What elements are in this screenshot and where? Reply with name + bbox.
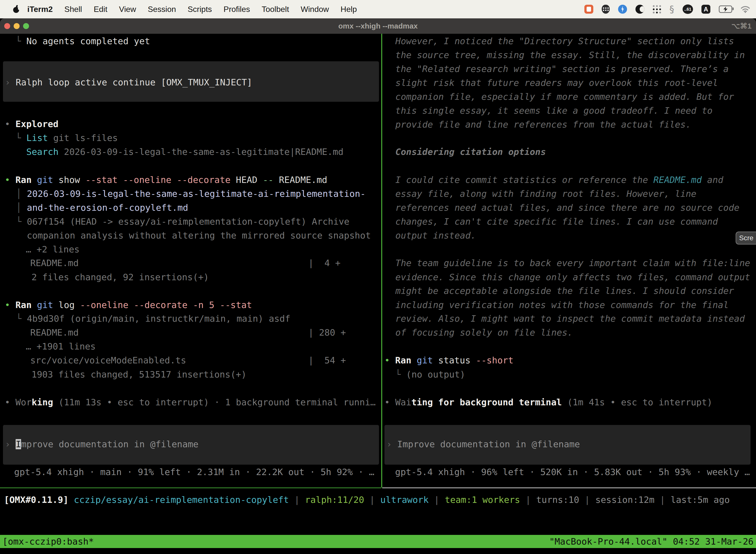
terminal-line: the "Related research writing" section i… [395,62,729,76]
text-segment: └ [16,314,27,324]
text-segment: Ran [15,300,32,310]
text-segment: HEAD [231,175,263,185]
text-segment: cczip/essay/ai-reimplementation-copyleft [74,495,289,505]
terminal-line: I could cite commit statistics or refere… [395,173,723,187]
usage-badge[interactable]: ..61 [683,4,693,14]
text-segment: src/voice/voiceModeEnabled.ts [30,355,186,365]
terminal-line: └ List git ls-files [16,131,118,145]
text-segment: | [289,495,305,505]
text-segment: | [429,495,445,505]
menu-item-window[interactable]: Window [301,0,329,18]
menu-item-shell[interactable]: Shell [64,0,82,18]
text-segment: log [53,300,80,310]
prompt-input-left[interactable]: › Improve documentation in @filename [5,437,198,451]
text-segment: Ran [395,355,411,365]
text-segment: Considering citation options [395,147,546,157]
right-pane-bottom-border [382,488,756,488]
text-segment: session:12m [595,495,654,505]
text-segment: --stat --oneline --decorate [85,175,231,185]
apple-menu-icon[interactable] [13,5,20,13]
text-segment [68,495,74,505]
prompt-input-right[interactable]: › Improve documentation in @filename [386,437,580,451]
text-segment: Ralph loop active continue [OMX_TMUX_INJ… [16,77,252,88]
menu-item-help[interactable]: Help [340,0,357,18]
menu-item-view[interactable]: View [119,0,136,18]
battery-icon[interactable] [719,5,732,13]
menu-item-scripts[interactable]: Scripts [188,0,212,18]
text-segment: Ran [15,175,32,185]
text-segment: | 4 + [308,256,340,270]
hook-icon[interactable]: § [670,4,674,14]
menu-item-profiles[interactable]: Profiles [224,0,250,18]
text-segment: --short [476,355,514,365]
menu-item-toolbelt[interactable]: Toolbelt [262,0,289,18]
text-segment: last:5m ago [671,495,730,505]
text-segment: I [16,439,21,449]
text-segment: gpt-5.4 xhigh · main · 91% left · 2.31M … [14,467,374,477]
text-segment: 4b9d30f (origin/main, instructkr/main, m… [27,314,290,324]
window-title-bar[interactable]: omx --xhigh --madmax ⌥⌘1 [0,18,756,34]
chat-icon[interactable] [584,5,593,14]
terminal-line: this single essay, it seems like a good … [395,104,712,118]
window-title: omx --xhigh --madmax [0,18,756,34]
terminal-line: │ and-the-erosion-of-copyleft.md [16,201,188,215]
tmux-status-bar: [omx-cczip0:bash* "MacBook-Pro-44.local"… [0,535,756,548]
text-segment: [OMX#0.11.9] [4,495,68,505]
dots-grid-icon[interactable] [653,5,661,13]
text-segment: The team guideline is to back every impo… [395,258,750,268]
text-segment: 067f154 (HEAD -> essay/ai-reimplementati… [27,216,349,227]
screen-overlay-button[interactable]: Scre [736,232,756,244]
text-segment: └ [16,216,27,227]
terminal-line: • Ran git log --oneline --decorate -n 5 … [5,298,252,312]
terminal-line: output instead. [395,229,476,242]
menu-item-edit[interactable]: Edit [94,0,107,18]
text-segment: 2026-03-09-is-legal-the-same-as-legitima… [59,147,343,157]
crescent-icon[interactable] [635,5,644,14]
text-segment: essay file, along with finding root file… [395,189,696,199]
text-segment: review. Also, I might want to inspect th… [395,314,745,324]
text-segment: No agents completed yet [26,36,150,46]
terminal-line: └ No agents completed yet [16,34,150,48]
terminal-line: • Ran git show --stat --oneline --decora… [5,173,327,187]
terminal-line: However, I noticed the "Directory Struct… [395,34,734,48]
text-segment: show [53,175,85,185]
text-segment: git ls-files [48,133,118,143]
terminal-line: • Ran git status --short [384,353,513,367]
text-segment: of focusing solely on file lines. [395,327,573,338]
desktop: iTerm2ShellEditViewSessionScriptsProfile… [0,0,756,554]
letter-badge[interactable]: A [701,5,710,14]
text-segment [32,300,37,310]
menu-item-iterm2[interactable]: iTerm2 [27,0,53,18]
thinking-heading: Considering citation options [395,145,546,159]
terminal-line: └ 067f154 (HEAD -> essay/ai-reimplementa… [16,215,350,229]
text-segment: the source tree, missing the essay. Stil… [395,50,745,60]
text-segment: ultrawork [380,495,429,505]
shield-icon[interactable] [602,5,610,14]
text-segment: (no output) [406,369,465,380]
left-pane-bottom-border [0,488,381,488]
wifi-icon[interactable] [741,5,750,13]
text-segment: and [702,175,723,185]
waiting-status: • Waiting for background terminal (1m 41… [384,395,712,409]
text-segment: Wor [15,397,32,407]
terminal-line: including verification notes with those … [395,298,729,312]
text-segment [32,175,37,185]
tmux-session-info[interactable]: [omx-cczip0:bash* [2,535,94,548]
text-segment: However, I noticed the "Directory Struct… [395,36,734,46]
text-segment: the "Related research writing" section i… [395,64,729,74]
bolt-badge-icon[interactable] [618,5,627,14]
terminal-line: src/voice/voiceModeEnabled.ts| 54 + [30,353,186,367]
ralph-loop-input[interactable]: › Ralph loop active continue [OMX_TMUX_I… [5,75,252,89]
terminal-line: provide file and line references from th… [395,118,691,131]
menu-item-session[interactable]: Session [148,0,176,18]
text-segment: gpt-5.4 xhigh · 96% left · 520K in · 5.8… [395,467,750,477]
text-segment: ralph:11/20 [305,495,364,505]
text-segment: … +1901 lines [26,341,96,351]
text-segment: changes, I can't cite specific file line… [395,216,718,227]
text-segment: › [386,439,397,449]
terminal-line: slight risk that future readers may over… [395,76,718,90]
pane-divider[interactable] [381,34,382,488]
window-shortcut-badge: ⌥⌘1 [732,18,752,34]
terminal-line: changes, I can't cite specific file line… [395,215,718,229]
terminal-line: essay file, along with finding root file… [395,187,696,201]
